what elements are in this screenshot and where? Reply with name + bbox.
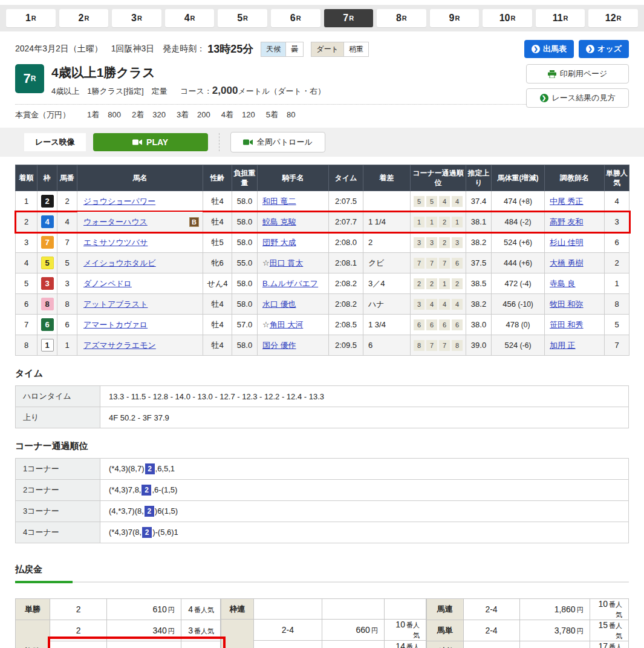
jockey-cell: ☆角田 大河 <box>258 315 329 335</box>
prize-amount: 120 <box>242 110 255 119</box>
row-label: 上り <box>16 407 100 428</box>
race-tab-11r[interactable]: 11R <box>536 9 585 27</box>
entry-table-label: 出馬表 <box>543 44 567 54</box>
trainer-link[interactable]: 寺島 良 <box>550 279 576 288</box>
race-conditions-text: 4歳以上 1勝クラス[指定] 定量 <box>51 87 168 96</box>
table-row: 1コーナー(*4,3)(8,7)2,6,5,1 <box>16 459 629 480</box>
winner-number-highlight: 2 <box>145 463 155 474</box>
patrol-video-button[interactable]: 全周パトロール <box>230 132 325 152</box>
table-row: 377エミサソウツバサ牡558.0団野 大成2:08.02332338.2524… <box>16 232 629 253</box>
body-weight: 472 (-4) <box>492 273 545 294</box>
payout-table: 単勝2610円4番人気複勝2340円3番人気4340円4番人気7650円6番人気 <box>15 598 221 648</box>
table-row: 3コーナー(4,*3,7)(8,2)6(1,5) <box>16 501 629 522</box>
load-weight: 58.0 <box>232 335 258 356</box>
table-row: 上り4F 50.2 - 3F 37.9 <box>16 407 629 428</box>
race-tab-5r[interactable]: 5R <box>218 9 267 27</box>
finish-position: 5 <box>16 273 37 294</box>
horse-name-link[interactable]: ダノンペドロ <box>83 279 132 288</box>
bet-type-label: 3連複 <box>426 641 463 648</box>
payout-popularity: 10番人気 <box>384 619 426 641</box>
race-tab-10r[interactable]: 10R <box>483 9 532 27</box>
body-weight-diff: (+8) <box>519 197 532 206</box>
race-tab-4r[interactable]: 4R <box>165 9 215 27</box>
trainer-link[interactable]: 牧田 和弥 <box>550 299 584 309</box>
finish-time: 2:08.5 <box>329 315 363 335</box>
course-distance: 2,000 <box>212 85 238 96</box>
corner-positions: 6666 <box>411 315 466 335</box>
corner-chip: 4 <box>452 299 463 310</box>
jockey-link[interactable]: 鮫島 克駿 <box>262 217 296 226</box>
yen-unit: 円 <box>168 606 175 614</box>
jockey-link[interactable]: 和田 竜二 <box>262 197 296 206</box>
corner-chips: 6666 <box>413 319 463 330</box>
finish-time: 2:07.5 <box>329 191 363 212</box>
race-tab-number: 3 <box>131 13 137 24</box>
race-tab-number: 7 <box>343 13 348 24</box>
body-weight-diff: (-4) <box>520 280 532 288</box>
waku-cell: 4 <box>37 212 57 232</box>
odds-button[interactable]: ❯ オッズ <box>579 40 629 58</box>
race-tab-8r[interactable]: 8R <box>377 9 426 27</box>
print-page-button[interactable]: 印刷用ページ <box>526 64 629 83</box>
row-label: ハロンタイム <box>16 386 100 407</box>
howto-read-button[interactable]: ❯ レース結果の見方 <box>526 88 629 108</box>
column-header: 調教師名 <box>545 165 605 191</box>
race-tab-3r[interactable]: 3R <box>112 9 161 27</box>
column-header: 着順 <box>16 165 37 191</box>
jockey-link[interactable]: 水口 優也 <box>262 299 296 309</box>
winner-number-highlight: 2 <box>141 485 151 496</box>
corner-positions: 5544 <box>411 191 466 212</box>
finish-position: 2 <box>16 212 37 232</box>
race-tab-2r[interactable]: 2R <box>59 9 109 27</box>
trainer-link[interactable]: 杉山 佳明 <box>550 238 584 247</box>
corner-chips: 2212 <box>413 278 463 289</box>
trainer-link[interactable]: 笹田 和秀 <box>550 320 584 329</box>
table-row: 533ダノンペドロせん458.0B.ムルザバエフ2:08.23／4221238.… <box>16 273 629 294</box>
horse-name-link[interactable]: アットアブラスト <box>83 299 148 309</box>
race-tab-6r[interactable]: 6R <box>271 9 320 27</box>
race-tab-7r[interactable]: 7R <box>324 9 374 27</box>
race-tab-suffix: R <box>84 15 89 22</box>
blinker-badge: B <box>189 217 199 227</box>
payout-combination <box>254 599 322 619</box>
payout-amount: 660円 <box>322 619 384 641</box>
trainer-cell: 寺島 良 <box>545 273 605 294</box>
corner-chip: 3 <box>414 299 424 310</box>
horse-name-link[interactable]: ジョウショーパワー <box>83 197 155 206</box>
jockey-link[interactable]: 国分 優作 <box>262 341 296 350</box>
trainer-cell: 高野 友和 <box>545 212 605 232</box>
jockey-link[interactable]: 田口 貫太 <box>270 258 304 267</box>
trainer-link[interactable]: 高野 友和 <box>550 217 584 226</box>
payout-amount: 3,780円 <box>519 620 590 641</box>
table-row: 244ウォーターハウスB牡458.0鮫島 克駿2:07.71 1/4112138… <box>16 212 629 232</box>
column-header: 単勝人気 <box>605 165 629 191</box>
race-tab-12r[interactable]: 12R <box>588 9 638 27</box>
trainer-link[interactable]: 大橋 勇樹 <box>550 258 584 267</box>
jockey-link[interactable]: 団野 大成 <box>262 238 296 247</box>
play-label: PLAY <box>146 137 168 147</box>
race-tab-1r[interactable]: 1R <box>6 9 56 27</box>
trainer-link[interactable]: 中尾 秀正 <box>550 197 584 206</box>
horse-name-link[interactable]: エミサソウツバサ <box>83 238 148 247</box>
entry-table-button[interactable]: ❯ 出馬表 <box>524 40 574 58</box>
prize-item: 2着320 <box>132 110 166 120</box>
load-weight: 58.0 <box>232 294 258 315</box>
waku-badge: 7 <box>41 236 54 249</box>
last-3f: 38.2 <box>466 232 492 253</box>
horse-name-link[interactable]: ウォーターハウス <box>83 217 148 226</box>
jockey-link[interactable]: 角田 大河 <box>270 320 304 329</box>
play-button[interactable]: PLAY <box>93 133 208 151</box>
race-tab-9r[interactable]: 9R <box>430 9 480 27</box>
corner-order-value: (*4,3)7(8,2)-(5,6)1 <box>100 522 629 543</box>
jockey-cell: ☆田口 貫太 <box>258 253 329 273</box>
horse-name-link[interactable]: メイショウホタルビ <box>83 258 156 267</box>
prize-item: 5着80 <box>266 110 296 120</box>
trainer-link[interactable]: 加用 正 <box>550 341 576 350</box>
horse-name-link[interactable]: アマートカヴァロ <box>83 320 148 329</box>
payout-popularity: 14番人気 <box>384 641 426 648</box>
popularity-unit: 番人気 <box>609 622 622 640</box>
prize-amount: 800 <box>108 110 121 119</box>
horse-name-link[interactable]: アズマサクラエモン <box>83 341 156 350</box>
corner-chip: 7 <box>414 258 424 269</box>
jockey-link[interactable]: B.ムルザバエフ <box>262 279 318 288</box>
